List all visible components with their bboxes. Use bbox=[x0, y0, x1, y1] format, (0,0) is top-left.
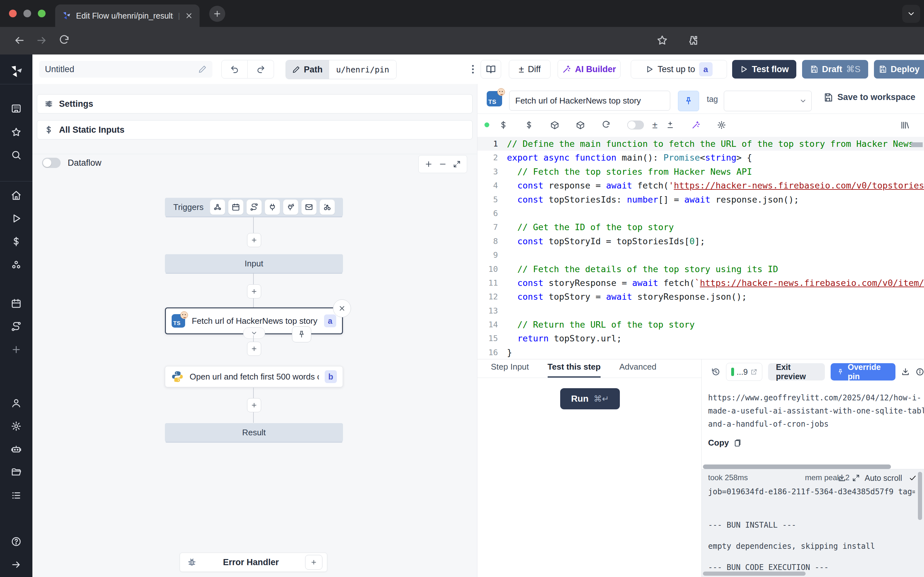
sidebar-item-arrow-right[interactable] bbox=[11, 559, 21, 570]
step-node-a[interactable]: TS Fetch url of HackerNews top story a bbox=[165, 308, 343, 334]
vertical-scrollbar[interactable] bbox=[918, 472, 922, 520]
triggers-node[interactable]: Triggers bbox=[165, 198, 343, 216]
pinned-indicator-button[interactable] bbox=[292, 326, 311, 342]
reload-icon[interactable] bbox=[58, 35, 70, 46]
editor-toggle[interactable] bbox=[627, 121, 644, 129]
info-icon[interactable] bbox=[916, 367, 924, 377]
tab-search-button[interactable] bbox=[902, 5, 920, 23]
package-icon[interactable] bbox=[576, 121, 585, 129]
tab-step-input[interactable]: Step Input bbox=[491, 362, 529, 378]
diff-button[interactable]: ± Diff bbox=[509, 60, 551, 79]
sidebar-item-gear[interactable] bbox=[11, 421, 21, 432]
code-line-7[interactable]: 7 // Get the ID of the top story bbox=[477, 220, 924, 234]
minimap-slider[interactable] bbox=[911, 142, 923, 147]
trigger-plug-button[interactable] bbox=[265, 199, 280, 215]
save-to-workspace-button[interactable]: Save to workspace bbox=[823, 92, 915, 102]
result-value[interactable]: https://www.geoffreylitt.com/2025/04/12/… bbox=[708, 392, 921, 431]
package-icon[interactable] bbox=[550, 121, 559, 129]
sidebar-item-plus[interactable] bbox=[11, 344, 21, 355]
step-name-input[interactable] bbox=[509, 91, 670, 111]
sidebar-item-route[interactable] bbox=[11, 321, 21, 332]
trigger-calendar-button[interactable] bbox=[228, 199, 244, 215]
dollar-icon[interactable] bbox=[499, 121, 508, 129]
history-icon[interactable] bbox=[711, 367, 720, 377]
check-icon[interactable] bbox=[909, 474, 917, 482]
add-step-button[interactable] bbox=[247, 233, 261, 247]
code-line-16[interactable]: 16} bbox=[477, 346, 924, 359]
horizontal-scrollbar[interactable] bbox=[703, 572, 806, 576]
copy-result-button[interactable]: Copy bbox=[708, 438, 742, 448]
horizontal-scrollbar[interactable] bbox=[703, 464, 891, 469]
flow-name-field[interactable]: Untitled bbox=[39, 61, 212, 77]
code-line-3[interactable]: 3 // Fetch the top stories from Hacker N… bbox=[477, 165, 924, 179]
deploy-button[interactable]: Deploy bbox=[874, 60, 924, 79]
trigger-plug-zap-button[interactable] bbox=[283, 199, 298, 215]
ai-builder-button[interactable]: AI Builder bbox=[557, 60, 620, 79]
forward-icon[interactable] bbox=[36, 35, 47, 46]
trigger-binoculars-button[interactable] bbox=[320, 199, 335, 215]
code-line-4[interactable]: 4 const response = await fetch('https://… bbox=[477, 179, 924, 192]
result-node[interactable]: Result bbox=[165, 423, 343, 442]
run-button[interactable]: Run ⌘↵ bbox=[560, 388, 620, 409]
sidebar-item-search[interactable] bbox=[11, 150, 21, 160]
code-line-12[interactable]: 12 const topStory = await storyResponse.… bbox=[477, 290, 924, 303]
tag-select[interactable] bbox=[724, 91, 812, 111]
path-button[interactable]: Path bbox=[286, 60, 329, 79]
code-line-2[interactable]: 2export async function main(): Promise<s… bbox=[477, 151, 924, 164]
windmill-logo-icon[interactable] bbox=[9, 64, 24, 79]
wand-icon[interactable] bbox=[691, 121, 700, 129]
sidebar-item-calendar[interactable] bbox=[11, 298, 21, 309]
plus-minus-icon[interactable]: ± bbox=[652, 119, 657, 131]
code-line-11[interactable]: 11 const storyResponse = await fetch(`ht… bbox=[477, 276, 924, 290]
redo-button[interactable] bbox=[248, 60, 274, 79]
download-logs-icon[interactable] bbox=[838, 474, 846, 482]
back-icon[interactable] bbox=[13, 35, 25, 46]
test-up-to-button[interactable]: Test up to a bbox=[631, 60, 727, 79]
remove-step-button[interactable] bbox=[333, 300, 351, 318]
trigger-mail-button[interactable] bbox=[301, 199, 317, 215]
code-line-6[interactable]: 6 bbox=[477, 206, 924, 220]
draft-button[interactable]: Draft ⌘S bbox=[802, 60, 868, 79]
sidebar-item-list[interactable] bbox=[11, 490, 21, 501]
tab-close-icon[interactable] bbox=[185, 11, 193, 20]
override-pin-button[interactable]: Override pin bbox=[830, 363, 895, 380]
expand-step-button[interactable] bbox=[243, 327, 265, 339]
zoom-in-icon[interactable] bbox=[425, 160, 433, 168]
new-tab-button[interactable] bbox=[209, 6, 225, 22]
code-line-9[interactable]: 9 bbox=[477, 248, 924, 262]
bookmark-icon[interactable] bbox=[656, 35, 668, 46]
add-step-button[interactable] bbox=[247, 342, 261, 356]
sidebar-item-home[interactable] bbox=[11, 190, 21, 201]
tab-advanced[interactable]: Advanced bbox=[619, 362, 656, 378]
static-inputs-button[interactable]: All Static Inputs bbox=[37, 120, 473, 139]
plus-minus-icon[interactable] bbox=[666, 121, 675, 129]
code-line-5[interactable]: 5 const topStoriesIds: number[] = await … bbox=[477, 193, 924, 206]
library-icon[interactable] bbox=[900, 120, 910, 130]
pin-toggle-button[interactable] bbox=[678, 91, 699, 111]
trigger-route-button[interactable] bbox=[246, 199, 262, 215]
browser-tab[interactable]: Edit Flow u/henri/pin_results | bbox=[55, 5, 200, 27]
flow-settings-button[interactable]: Settings bbox=[37, 94, 473, 113]
sidebar-item-folder[interactable] bbox=[11, 467, 21, 478]
docs-button[interactable] bbox=[481, 60, 501, 79]
undo-button[interactable] bbox=[221, 60, 248, 79]
window-close-button[interactable] bbox=[9, 10, 17, 17]
job-badge[interactable]: ...9 bbox=[726, 363, 762, 381]
code-line-14[interactable]: 14 // Return the URL of the top story bbox=[477, 318, 924, 332]
sidebar-item-user[interactable] bbox=[11, 398, 21, 408]
more-options-icon[interactable] bbox=[467, 63, 479, 75]
sidebar-item-boxes[interactable] bbox=[11, 260, 21, 271]
code-line-1[interactable]: 1// Define the main function to fetch th… bbox=[477, 137, 924, 151]
download-result-icon[interactable] bbox=[901, 367, 909, 377]
sidebar-item-app-window[interactable] bbox=[11, 103, 21, 114]
expand-logs-icon[interactable] bbox=[852, 474, 860, 482]
fit-view-icon[interactable] bbox=[453, 160, 461, 168]
sidebar-item-play[interactable] bbox=[11, 213, 21, 224]
dollar-icon[interactable] bbox=[525, 121, 533, 129]
rotate-cw-icon[interactable] bbox=[602, 121, 611, 129]
window-minimize-button[interactable] bbox=[23, 10, 31, 17]
trigger-webhook-button[interactable] bbox=[210, 199, 225, 215]
sidebar-item-star[interactable] bbox=[11, 127, 21, 137]
dataflow-toggle[interactable] bbox=[42, 158, 61, 168]
zoom-out-icon[interactable] bbox=[439, 160, 447, 168]
